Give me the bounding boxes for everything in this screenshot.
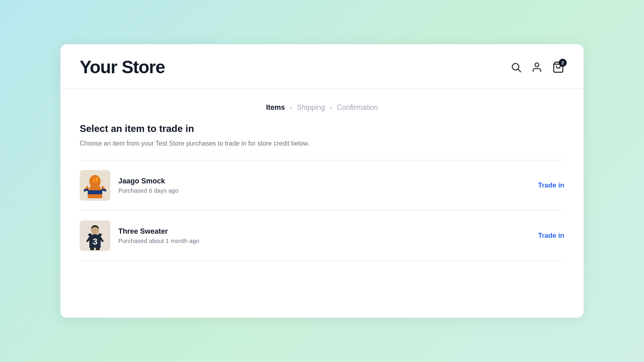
three-sweater-trade-in-button[interactable]: Trade in bbox=[538, 230, 564, 241]
three-sweater-name: Three Sweater bbox=[118, 227, 530, 236]
header-icons: 2 bbox=[510, 61, 564, 73]
user-icon bbox=[531, 62, 543, 73]
jaago-smock-artwork bbox=[80, 170, 110, 201]
svg-rect-12 bbox=[90, 248, 94, 250]
jaago-smock-image bbox=[80, 170, 110, 201]
three-sweater-artwork: 3 bbox=[80, 220, 110, 251]
user-button[interactable] bbox=[531, 62, 543, 73]
list-item: 3 Three Sweater Purchased abo bbox=[80, 211, 564, 261]
svg-text:3: 3 bbox=[93, 237, 97, 247]
cart-button[interactable]: 2 bbox=[552, 61, 564, 73]
svg-line-1 bbox=[518, 69, 520, 72]
header: Your Store bbox=[60, 44, 584, 89]
jaago-smock-trade-in-button[interactable]: Trade in bbox=[538, 180, 564, 191]
jaago-smock-date: Purchased 6 days ago bbox=[118, 187, 530, 194]
store-card: Your Store bbox=[60, 44, 584, 318]
svg-rect-5 bbox=[88, 190, 102, 194]
chevron-1-icon: › bbox=[290, 104, 292, 111]
three-sweater-info: Three Sweater Purchased about 1 month ag… bbox=[118, 227, 530, 244]
cart-badge: 2 bbox=[559, 59, 567, 67]
chevron-2-icon: › bbox=[330, 104, 332, 111]
search-icon bbox=[510, 62, 522, 73]
step-confirmation[interactable]: Confirmation bbox=[337, 103, 378, 112]
step-items[interactable]: Items bbox=[266, 103, 285, 112]
main-content: Select an item to trade in Choose an ite… bbox=[60, 123, 584, 277]
list-item: Jaago Smock Purchased 6 days ago Trade i… bbox=[80, 160, 564, 211]
jaago-smock-info: Jaago Smock Purchased 6 days ago bbox=[118, 177, 530, 194]
svg-rect-13 bbox=[96, 248, 100, 250]
step-shipping[interactable]: Shipping bbox=[297, 103, 325, 112]
steps-bar: Items › Shipping › Confirmation bbox=[60, 89, 584, 123]
three-sweater-image: 3 bbox=[80, 220, 110, 251]
search-button[interactable] bbox=[510, 62, 522, 73]
three-sweater-date: Purchased about 1 month ago bbox=[118, 237, 530, 244]
svg-point-2 bbox=[535, 63, 539, 67]
jaago-smock-name: Jaago Smock bbox=[118, 177, 530, 185]
section-title: Select an item to trade in bbox=[80, 123, 564, 134]
section-desc: Choose an item from your Test Store purc… bbox=[80, 138, 564, 149]
store-title: Your Store bbox=[80, 57, 165, 77]
